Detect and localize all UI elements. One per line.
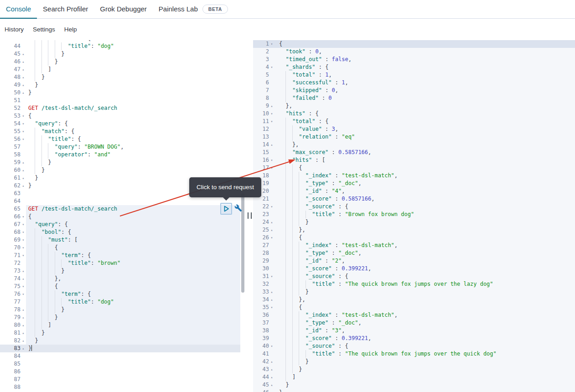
editor-line[interactable]: 64	[0, 197, 246, 205]
editor-line[interactable]: 54▾"query": {	[0, 120, 246, 128]
fold-toggle-icon[interactable]	[269, 257, 275, 265]
fold-toggle-icon[interactable]: ▾	[269, 342, 275, 350]
editor-line[interactable]: 52GET /test-dsl-match/_search	[0, 104, 246, 112]
fold-toggle-icon[interactable]	[269, 319, 275, 327]
fold-toggle-icon[interactable]: ▾	[269, 203, 275, 211]
editor-line[interactable]: 73▴}	[0, 267, 246, 275]
fold-toggle-icon[interactable]: ▴	[21, 306, 26, 314]
fold-toggle-icon[interactable]: ▴	[21, 314, 26, 321]
editor-line[interactable]: 32"title" : "The quick brown fox jumps o…	[253, 280, 575, 288]
editor-line[interactable]: 12"value" : 3,	[253, 125, 575, 133]
editor-line[interactable]: 86	[0, 368, 246, 376]
fold-toggle-icon[interactable]: ▾	[21, 213, 26, 221]
editor-line[interactable]: 28"_type" : "_doc",	[253, 249, 575, 257]
editor-line[interactable]: 9▴},	[253, 102, 575, 110]
fold-toggle-icon[interactable]: ▾	[21, 283, 26, 290]
editor-line[interactable]: 65GET /test-dsl-match/_search	[0, 205, 246, 213]
fold-toggle-icon[interactable]	[269, 265, 275, 273]
editor-line[interactable]: 69▾"must": [	[0, 236, 246, 244]
editor-line[interactable]: 39"_score" : 0.399221,	[253, 335, 575, 342]
fold-toggle-icon[interactable]	[269, 87, 275, 94]
fold-toggle-icon[interactable]	[21, 151, 26, 159]
editor-line[interactable]: 18"_index" : "test-dsl-match",	[253, 172, 575, 180]
editor-line[interactable]: 51	[0, 97, 246, 104]
editor-line[interactable]: 1▾{	[253, 40, 575, 48]
fold-toggle-icon[interactable]: ▾	[21, 112, 26, 120]
fold-toggle-icon[interactable]	[269, 125, 275, 133]
editor-line[interactable]: 80▴]	[0, 321, 246, 329]
fold-toggle-icon[interactable]: ▴	[21, 329, 26, 337]
editor-line[interactable]: 15"max_score" : 0.5857166,	[253, 149, 575, 156]
fold-toggle-icon[interactable]: ▾	[21, 244, 26, 252]
editor-line[interactable]: 36"_index" : "test-dsl-match",	[253, 311, 575, 319]
editor-line[interactable]: 44"title": "dog"	[0, 42, 246, 50]
editor-line[interactable]: 77"title": "dog"	[0, 298, 246, 306]
fold-toggle-icon[interactable]	[269, 280, 275, 288]
editor-line[interactable]: 46▴}	[253, 389, 575, 392]
editor-line[interactable]: 2"took" : 0,	[253, 48, 575, 56]
editor-line[interactable]: 35▾{	[253, 304, 575, 311]
editor-line[interactable]: 49▴}	[0, 81, 246, 89]
editor-line[interactable]: 56▾"title": {	[0, 135, 246, 143]
editor-line[interactable]: 38"_id" : "3",	[253, 327, 575, 335]
fold-toggle-icon[interactable]	[21, 298, 26, 306]
editor-line[interactable]: 29"_id" : "2",	[253, 257, 575, 265]
fold-toggle-icon[interactable]: ▾	[269, 156, 275, 164]
fold-toggle-icon[interactable]	[269, 94, 275, 102]
fold-toggle-icon[interactable]: ▴	[269, 389, 275, 392]
fold-toggle-icon[interactable]: ▴	[21, 81, 26, 89]
editor-line[interactable]: 4▾"_shards" : {	[253, 63, 575, 71]
fold-toggle-icon[interactable]: ▴	[21, 66, 26, 73]
fold-toggle-icon[interactable]: ▾	[21, 120, 26, 128]
editor-line[interactable]: 24▴}	[253, 218, 575, 226]
fold-toggle-icon[interactable]	[21, 376, 26, 383]
editor-line[interactable]: 13"relation" : "eq"	[253, 133, 575, 141]
editor-line[interactable]: 25▴},	[253, 226, 575, 234]
editor-line[interactable]: 70▾{	[0, 244, 246, 252]
fold-toggle-icon[interactable]	[269, 350, 275, 358]
request-editor[interactable]: 43▾"term": {44"title": "dog"45▴}46▴}47▴]…	[0, 40, 246, 392]
editor-line[interactable]: 85	[0, 360, 246, 368]
fold-toggle-icon[interactable]: ▾	[21, 252, 26, 259]
fold-toggle-icon[interactable]	[21, 368, 26, 376]
fold-toggle-icon[interactable]: ▾	[21, 135, 26, 143]
fold-toggle-icon[interactable]: ▾	[269, 304, 275, 311]
fold-toggle-icon[interactable]	[269, 249, 275, 257]
fold-toggle-icon[interactable]: ▴	[21, 182, 26, 190]
editor-line[interactable]: 10▾"hits" : {	[253, 110, 575, 118]
editor-line[interactable]: 74▴},	[0, 275, 246, 283]
fold-toggle-icon[interactable]: ▴	[269, 366, 275, 373]
editor-line[interactable]: 87	[0, 376, 246, 383]
editor-line[interactable]: 41"title" : "The quick brown fox jumps o…	[253, 350, 575, 358]
fold-toggle-icon[interactable]	[21, 205, 26, 213]
editor-line[interactable]: 7"skipped" : 0,	[253, 87, 575, 94]
fold-toggle-icon[interactable]	[269, 48, 275, 56]
editor-line[interactable]: 3"timed_out" : false,	[253, 56, 575, 63]
tab-painless-lab[interactable]: Painless Lab BETA	[153, 0, 234, 18]
fold-toggle-icon[interactable]: ▴	[21, 345, 26, 352]
fold-toggle-icon[interactable]	[21, 360, 26, 368]
fold-toggle-icon[interactable]	[21, 97, 26, 104]
fold-toggle-icon[interactable]	[269, 327, 275, 335]
editor-line[interactable]: 43▴}	[253, 366, 575, 373]
editor-line[interactable]: 71▾"term": {	[0, 252, 246, 259]
request-options-button[interactable]	[233, 203, 243, 213]
fold-toggle-icon[interactable]: ▾	[21, 236, 26, 244]
editor-line[interactable]: 16▾"hits" : [	[253, 156, 575, 164]
editor-line[interactable]: 84	[0, 352, 246, 360]
fold-toggle-icon[interactable]: ▾	[269, 40, 275, 48]
editor-line[interactable]: 55▾"match": {	[0, 128, 246, 135]
fold-toggle-icon[interactable]: ▴	[269, 218, 275, 226]
editor-line[interactable]: 19"_type" : "_doc",	[253, 180, 575, 187]
editor-line[interactable]: 34▴},	[253, 296, 575, 304]
fold-toggle-icon[interactable]	[269, 133, 275, 141]
fold-toggle-icon[interactable]: ▾	[21, 221, 26, 228]
editor-line[interactable]: 11▾"total" : {	[253, 118, 575, 125]
editor-line[interactable]: 23"title" : "Brown fox brown dog"	[253, 211, 575, 218]
editor-line[interactable]: 30"_score" : 0.399221,	[253, 265, 575, 273]
editor-line[interactable]: 26▾{	[253, 234, 575, 242]
fold-toggle-icon[interactable]: ▾	[21, 228, 26, 236]
editor-line[interactable]: 47▴]	[0, 66, 246, 73]
editor-line[interactable]: 81▴}	[0, 329, 246, 337]
tab-search-profiler[interactable]: Search Profiler	[37, 0, 94, 18]
